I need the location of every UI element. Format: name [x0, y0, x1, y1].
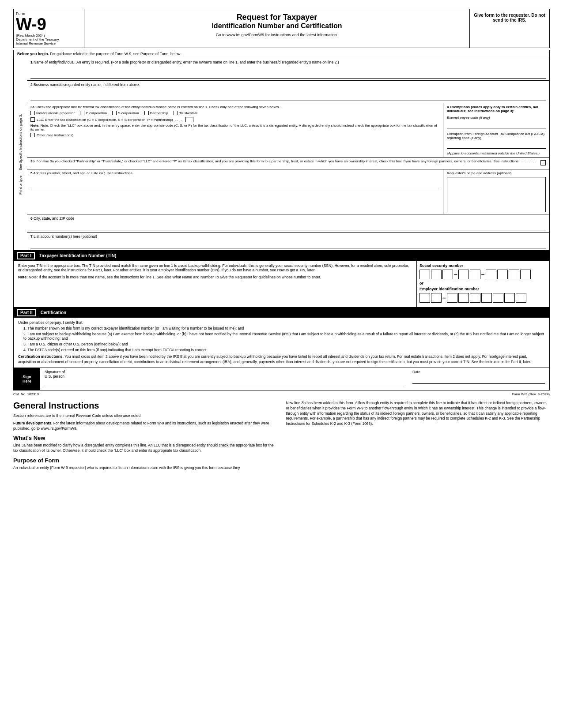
ein-box-2[interactable] — [431, 293, 442, 303]
ein-box-5[interactable] — [470, 293, 480, 303]
sidebar-text-1: See Specific Instructions on page 3. — [19, 114, 23, 170]
cert-item-2: 2. I am not subject to backup withholdin… — [23, 332, 545, 341]
checkbox-partnership[interactable]: Partnership — [144, 111, 168, 115]
ein-boxes: – — [419, 293, 547, 303]
fatca-note: (Applies to accounts maintained outside … — [447, 151, 546, 155]
ssn-boxes: – – — [419, 270, 547, 279]
sign-fields: Signature of U.S. person Date — [40, 368, 549, 390]
header-left: Form W-9 (Rev. March 2024) Department of… — [14, 9, 84, 48]
line-7-row: 7 List account number(s) here (optional) — [27, 233, 549, 250]
fatca-input[interactable] — [447, 142, 546, 149]
checkbox-c-corp-box[interactable] — [80, 111, 84, 115]
row-3a: 3a Check the appropriate box for federal… — [27, 103, 443, 157]
row-5-left: 5 Address (number, street, and apt. or s… — [27, 169, 443, 214]
ein-dash: – — [442, 294, 446, 301]
fatca-text: Exemption from Foreign Account Tax Compl… — [447, 132, 546, 140]
other-row: Other (see instructions) — [30, 133, 439, 137]
purpose-text: An individual or entity (Form W-9 reques… — [13, 465, 277, 471]
checkbox-partnership-label: Partnership — [150, 111, 168, 115]
rev-date: (Rev. March 2024) — [16, 34, 82, 38]
cert-item-4: 4. The FATCA code(s) entered on this for… — [23, 348, 545, 352]
or-text: or — [419, 281, 547, 285]
before-begin-label: Before you begin. — [17, 52, 49, 56]
cert-item-3: 3. I am a U.S. citizen or other U.S. per… — [23, 342, 545, 346]
signature-line[interactable] — [45, 379, 404, 388]
gen-right-col: New line 3b has been added to this form.… — [286, 401, 550, 473]
checkbox-other-box[interactable] — [30, 133, 35, 137]
whats-new-text: Line 3a has been modified to clarify how… — [13, 443, 277, 454]
part-2-header: Part II Certification — [13, 308, 550, 318]
header-right: Give form to the requester. Do not send … — [470, 9, 549, 48]
line-2-input[interactable] — [30, 89, 546, 101]
ein-label: Employer identification number — [419, 287, 547, 291]
ssn-box-1[interactable] — [419, 270, 430, 279]
sidebar-instructions: Print or type. See Specific Instructions… — [14, 58, 27, 250]
ssn-box-5[interactable] — [470, 270, 480, 279]
llc-input[interactable] — [185, 117, 193, 122]
sign-row: Signature of U.S. person Date — [45, 370, 545, 388]
main-form-body: Print or type. See Specific Instructions… — [13, 58, 550, 251]
part-1-header: Part I Taxpayer Identification Number (T… — [13, 251, 550, 261]
line-6-input[interactable] — [30, 222, 546, 230]
checkbox-individual-box[interactable] — [30, 111, 35, 115]
here-word: Here — [23, 379, 31, 383]
ssn-box-3[interactable] — [442, 270, 453, 279]
checkboxes-row-1: Individual/sole proprietor C corporation… — [30, 111, 439, 115]
requester-input[interactable] — [447, 177, 546, 212]
ssn-box-6[interactable] — [486, 270, 496, 279]
line-1-input[interactable] — [30, 66, 546, 79]
checkbox-trust-label: Trust/estate — [179, 111, 198, 115]
ein-box-6[interactable] — [481, 293, 492, 303]
ein-box-7[interactable] — [493, 293, 503, 303]
checkbox-llc-box[interactable] — [30, 117, 35, 122]
checkbox-s-corp[interactable]: S corporation — [112, 111, 139, 115]
ein-box-4[interactable] — [458, 293, 469, 303]
part-1-text: Enter your TIN in the appropriate box. T… — [18, 263, 412, 272]
checkbox-c-corp[interactable]: C corporation — [80, 111, 107, 115]
checkbox-trust[interactable]: Trust/estate — [174, 111, 198, 115]
sign-here-label: Sign Here — [14, 368, 40, 390]
irs-label: Internal Revenue Service — [16, 41, 82, 45]
ssn-dash-2: – — [481, 271, 485, 278]
checkbox-individual[interactable]: Individual/sole proprietor — [30, 111, 75, 115]
page: Form W-9 (Rev. March 2024) Department of… — [0, 0, 563, 482]
form-w9-branding: Form W-9 — [16, 11, 82, 33]
row-4-exemptions: 4 Exemptions (codes apply only to certai… — [443, 103, 549, 157]
row-3b: 3b If on line 3a you checked "Partnershi… — [27, 158, 549, 169]
ssn-box-7[interactable] — [497, 270, 508, 279]
checkbox-s-corp-box[interactable] — [112, 111, 117, 115]
ssn-label: Social security number — [419, 263, 547, 268]
checkbox-trust-box[interactable] — [174, 111, 178, 115]
ssn-box-4[interactable] — [458, 270, 469, 279]
ein-box-3[interactable] — [447, 293, 457, 303]
give-form-text: Give form to the requester. Do not send … — [474, 13, 545, 23]
form-footer: Cat. No. 10231X Form W-9 (Rev. 3-2024) — [13, 392, 550, 396]
ein-box-8[interactable] — [504, 293, 515, 303]
signature-area: Signature of U.S. person — [45, 370, 404, 388]
ein-box-9[interactable] — [516, 293, 526, 303]
gen-left-col: General Instructions Section references … — [13, 401, 277, 473]
exempt-payee-input[interactable] — [447, 121, 546, 128]
date-area: Date — [412, 370, 545, 388]
ssn-box-2[interactable] — [431, 270, 442, 279]
date-line[interactable] — [412, 374, 545, 384]
ein-box-1[interactable] — [419, 293, 430, 303]
whats-new-title: What's New — [13, 435, 277, 441]
checkbox-3b[interactable] — [540, 160, 546, 165]
line-4-header: 4 Exemptions (codes apply only to certai… — [447, 105, 546, 113]
checkbox-partnership-box[interactable] — [144, 111, 149, 115]
checkbox-individual-label: Individual/sole proprietor — [36, 111, 75, 115]
right-col-text: New line 3b has been added to this form.… — [286, 401, 550, 427]
sign-here-section: Sign Here Signature of U.S. person Date — [13, 368, 550, 390]
row-3a-4: 3a Check the appropriate box for federal… — [27, 103, 549, 158]
llc-row: LLC. Enter the tax classification (C = C… — [30, 117, 439, 122]
ssn-box-8[interactable] — [509, 270, 519, 279]
line-5-input[interactable] — [30, 177, 439, 189]
part-1-note: Note: Note: If the account is in more th… — [18, 275, 412, 279]
cat-no: Cat. No. 10231X — [13, 392, 39, 396]
line-7-input[interactable] — [30, 240, 546, 248]
ssn-box-9[interactable] — [520, 270, 531, 279]
row-3b-text: 3b If on line 3a you checked "Partnershi… — [30, 159, 537, 167]
form-ref: Form W-9 (Rev. 3-2024) — [512, 392, 550, 396]
part-1-left: Enter your TIN in the appropriate box. T… — [14, 261, 417, 307]
